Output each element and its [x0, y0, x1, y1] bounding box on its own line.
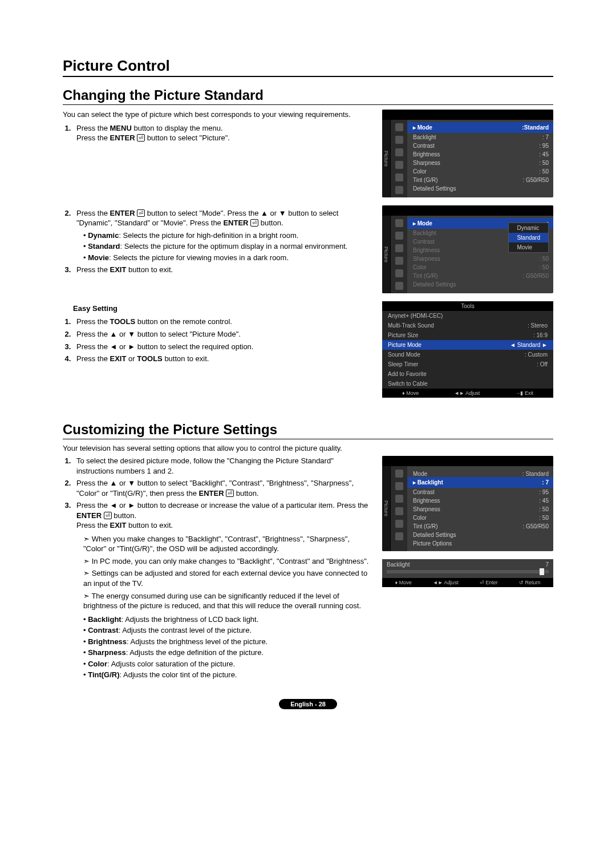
menu-word: MENU: [110, 124, 132, 132]
osd-item: Sharpness: 50: [413, 505, 549, 514]
osd-item: Tint (G/R): G50/R50: [413, 272, 549, 280]
section1-title: Changing the Picture Standard: [63, 87, 553, 105]
t: Backlight: [88, 615, 121, 624]
t: : Selects the picture for viewing movies…: [109, 253, 289, 262]
section2-notes: When you make changes to "Backlight", "C…: [80, 534, 371, 611]
t: EXIT: [110, 521, 127, 529]
osd-item: Contrast: 95: [413, 488, 549, 496]
osd-item: Color: 50: [413, 263, 549, 272]
section1-intro: You can select the type of picture which…: [63, 110, 371, 120]
step1: Press the MENU button to display the men…: [73, 123, 371, 206]
tools-row: Sleep Timer: Off: [382, 359, 553, 369]
tools-title: Tools: [382, 301, 553, 311]
enter-word: ENTER: [110, 209, 135, 217]
osd-sidebar-icons: [390, 120, 407, 197]
t: Press the: [76, 134, 110, 142]
osd-item: Tint (G/R): G50/R50: [413, 522, 549, 531]
t: The energy consumed during use can be si…: [80, 591, 371, 611]
osd-picture-menu-3: Picture Mode: Standard▸ Backlight: 7Cont…: [382, 456, 553, 551]
dropdown-option: Dynamic: [509, 223, 548, 233]
t: Press the ▲ or ▼ button to select "Pictu…: [73, 329, 371, 339]
backlight-slider: Backlight7: [382, 559, 553, 578]
dropdown-option: Standard: [509, 233, 548, 242]
page-number: English - 28: [279, 699, 337, 709]
tools-footer: ♦ Move◄► Adjust→▮ Exit: [382, 389, 553, 398]
osd-item: Picture Options: [413, 539, 549, 548]
section2-osd-column: Picture Mode: Standard▸ Backlight: 7Cont…: [382, 456, 553, 682]
t: Color: [88, 660, 107, 668]
osd-item: ▸ Backlight: 7: [407, 477, 553, 488]
tools-word: TOOLS: [110, 317, 136, 326]
mode-descriptions: Dynamic: Selects the picture for high-de…: [80, 231, 371, 263]
t: Dynamic: [88, 231, 119, 240]
tools-row: Add to Favorite: [382, 369, 553, 379]
t: : Adjusts the edge definition of the pic…: [126, 648, 264, 657]
t: : Adjusts the color tint of the picture.: [120, 670, 237, 679]
slider-thumb: [540, 568, 544, 575]
osd-item: Sharpness: 50: [413, 254, 549, 263]
tools-row: Picture Mode◄ Standard ►: [382, 340, 553, 350]
t: : Adjusts color saturation of the pictur…: [107, 660, 235, 668]
t: button to display the menu.: [132, 124, 223, 132]
t: button to select "Picture".: [145, 134, 230, 142]
t: Press the: [76, 209, 110, 217]
section1-osd-column: Picture ▸ Mode:StandardBacklight: 7Contr…: [382, 110, 553, 406]
mode-dropdown: DynamicStandardMovie: [508, 223, 549, 253]
enter-icon: ⏎: [137, 209, 145, 217]
slider-track: [387, 570, 549, 573]
osd-item: Color: 50: [413, 514, 549, 522]
section2-title: Customizing the Picture Settings: [63, 422, 553, 439]
t: Press the: [76, 265, 110, 274]
t: button.: [234, 489, 258, 498]
t: Press the ◄ or ► button to decrease or i…: [76, 501, 368, 510]
t: Press the ◄ or ► button to select the re…: [73, 342, 371, 352]
t: or: [126, 354, 137, 363]
osd-item: Tint (G/R): G50/R50: [413, 176, 549, 184]
t: Press the: [76, 521, 110, 529]
section2-text: To select the desired picture mode, foll…: [63, 456, 371, 682]
osd-item: Detailed Settings: [413, 184, 549, 193]
osd-item: Brightness: 45: [413, 496, 549, 505]
t: Standard: [88, 242, 120, 250]
t: Sharpness: [88, 648, 125, 657]
t: Contrast: [88, 626, 118, 634]
t: : Adjusts the brightness of LCD back lig…: [121, 615, 259, 624]
section2-intro: Your television has several setting opti…: [63, 444, 553, 452]
t: Movie: [88, 253, 109, 262]
t: button.: [258, 219, 283, 227]
osd-sidebar-icons: [390, 466, 407, 551]
osd-list: Mode: Standard▸ Backlight: 7Contrast: 95…: [407, 466, 553, 551]
t: button to exit.: [163, 354, 209, 363]
t: button.: [112, 511, 136, 520]
step2: Press the ENTER ⏎ button to select "Mode…: [73, 208, 371, 263]
osd-item: Sharpness: 50: [413, 159, 549, 167]
setting-definitions: Backlight: Adjusts the brightness of LCD…: [80, 614, 371, 680]
section-customizing: Customizing the Picture Settings Your te…: [63, 422, 553, 682]
t: Brightness: [88, 637, 127, 646]
osd-list: ▸ Mode:StandardBacklight: 7Contrast: 95B…: [407, 120, 553, 197]
tools-row: Multi-Track Sound: Stereo: [382, 321, 553, 330]
osd-tab: Picture: [382, 216, 390, 293]
t: Settings can be adjusted and stored for …: [80, 568, 371, 588]
osd-picture-menu-2: Picture ▸ Mode:BacklightContrastBrightne…: [382, 205, 553, 293]
section-changing-standard: Changing the Picture Standard You can se…: [63, 87, 553, 406]
t: Press the: [76, 317, 110, 326]
easy-setting-title: Easy Setting: [73, 304, 371, 314]
slider-label: Backlight: [387, 561, 410, 568]
osd-item: Detailed Settings: [413, 280, 549, 289]
main-title: Picture Control: [63, 57, 553, 77]
t: : Selects the picture for high-definitio…: [119, 231, 298, 240]
t: TOOLS: [137, 354, 163, 363]
t: : Adjusts the brightness level of the pi…: [127, 637, 268, 646]
osd-picture-menu-1: Picture ▸ Mode:StandardBacklight: 7Contr…: [382, 110, 553, 197]
t: EXIT: [110, 354, 127, 363]
t: In PC mode, you can only make changes to…: [80, 556, 371, 567]
step3: Press the EXIT button to exit.: [73, 265, 371, 275]
t: To select the desired picture mode, foll…: [73, 456, 371, 476]
section1-text: You can select the type of picture which…: [63, 110, 371, 406]
slider-footer: ♦ Move◄► Adjust⏎ Enter↺ Return: [382, 578, 553, 587]
osd-tab: Picture: [382, 120, 390, 197]
t: : Selects the picture for the optimum di…: [120, 242, 348, 250]
t: ENTER: [199, 489, 224, 498]
section1-steps: Press the MENU button to display the men…: [73, 123, 371, 275]
